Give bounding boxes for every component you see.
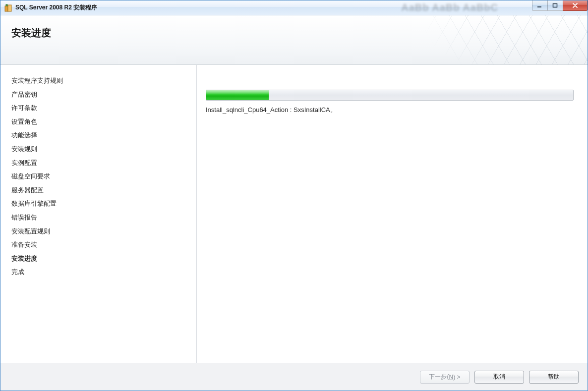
progress-bar [206, 90, 574, 101]
sidebar-step-current: 安装进度 [11, 252, 185, 266]
progress-bar-fill [206, 90, 269, 100]
help-button[interactable]: 帮助 [529, 371, 579, 384]
sidebar-step: 错误报告 [11, 211, 185, 224]
next-button-hotkey: N [449, 374, 453, 381]
titlebar-background-blur: AaBb AaBb AaBbC [129, 0, 498, 15]
sidebar-step: 安装配置规则 [11, 224, 185, 238]
next-button[interactable]: 下一步(N) > [420, 371, 470, 384]
svg-rect-3 [537, 6, 541, 7]
sidebar-step: 准备安装 [11, 238, 185, 252]
main-content: Install_sqlncli_Cpu64_Action : SxsInstal… [197, 65, 588, 363]
svg-rect-2 [6, 4, 7, 6]
sidebar-step: 安装程序支持规则 [11, 74, 185, 88]
progress-status-text: Install_sqlncli_Cpu64_Action : SxsInstal… [206, 106, 574, 114]
minimize-button[interactable] [532, 0, 548, 11]
next-button-prefix: 下一步( [429, 373, 449, 381]
sidebar-step: 产品密钥 [11, 88, 185, 102]
sidebar-step: 磁盘空间要求 [11, 169, 185, 183]
app-icon [4, 4, 12, 12]
svg-rect-0 [5, 6, 8, 11]
sidebar-step: 实例配置 [11, 156, 185, 170]
next-button-suffix: ) > [453, 374, 460, 381]
window-title: SQL Server 2008 R2 安装程序 [15, 3, 97, 12]
cancel-button[interactable]: 取消 [474, 371, 524, 384]
page-title: 安装进度 [0, 15, 588, 40]
close-button[interactable] [563, 0, 588, 11]
svg-rect-4 [553, 4, 557, 7]
sidebar-step: 数据库引擎配置 [11, 197, 185, 211]
titlebar[interactable]: SQL Server 2008 R2 安装程序 AaBb AaBb AaBbC [0, 0, 588, 15]
sidebar-steps: 安装程序支持规则 产品密钥 许可条款 设置角色 功能选择 安装规则 实例配置 磁… [0, 65, 197, 363]
sidebar-step: 许可条款 [11, 101, 185, 115]
body: 安装程序支持规则 产品密钥 许可条款 设置角色 功能选择 安装规则 实例配置 磁… [0, 65, 588, 363]
header: 安装进度 [0, 15, 588, 65]
sidebar-step: 设置角色 [11, 115, 185, 129]
sidebar-step: 服务器配置 [11, 183, 185, 197]
svg-rect-1 [8, 5, 11, 11]
sidebar-step: 功能选择 [11, 128, 185, 142]
sidebar-step: 完成 [11, 265, 185, 279]
maximize-button[interactable] [547, 0, 563, 11]
footer: 下一步(N) > 取消 帮助 [0, 363, 588, 391]
window-controls [532, 0, 588, 11]
sidebar-step: 安装规则 [11, 142, 185, 156]
installer-window: SQL Server 2008 R2 安装程序 AaBb AaBb AaBbC … [0, 0, 588, 391]
